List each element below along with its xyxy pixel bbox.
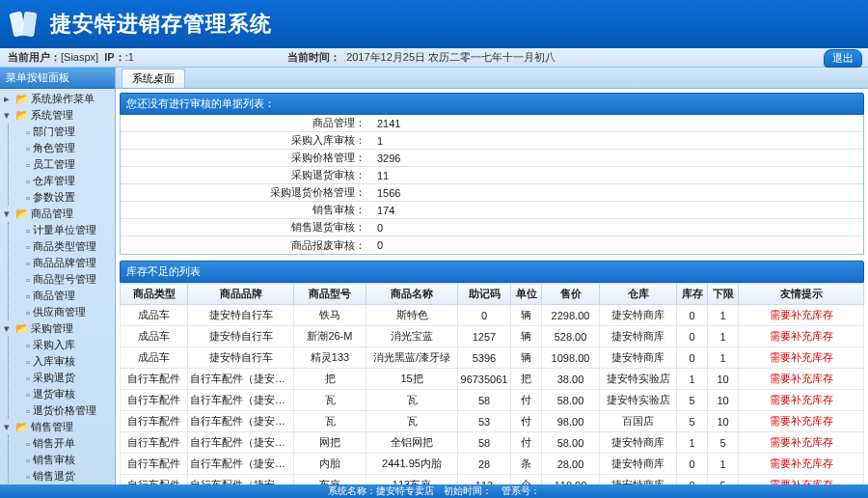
table-cell: 58.00: [542, 432, 600, 454]
file-icon: ▫: [26, 455, 30, 466]
tree-group[interactable]: ▾📂销售管理: [0, 419, 115, 435]
tree-item[interactable]: ▫采购退货: [9, 370, 115, 386]
tree-item[interactable]: ▫仓库管理: [9, 173, 115, 189]
table-row[interactable]: 自行车配件自行车配件（捷安特）瓦瓦53付98.00百国店510需要补充库存: [121, 411, 864, 432]
table-row[interactable]: 自行车配件自行车配件（捷安特）把15把96735061把38.00捷安特实验店1…: [121, 369, 864, 390]
table-cell: 铁马: [294, 305, 366, 326]
table-row[interactable]: 成品车捷安特自行车精灵133消光黑蓝/漆牙绿5396辆1098.00捷安特商库0…: [121, 347, 864, 369]
tree-item-label: 商品型号管理: [33, 272, 96, 287]
folder-icon: 📂: [15, 208, 29, 220]
grid-header-cell[interactable]: 库存: [677, 284, 708, 305]
tree-group[interactable]: ▾📂商品管理: [0, 206, 115, 222]
table-cell: 5: [708, 432, 739, 454]
grid-header-cell[interactable]: 商品品牌: [188, 284, 294, 305]
file-icon: ▫: [26, 471, 30, 483]
table-cell: 58.00: [542, 390, 600, 411]
table-cell: 瓦: [294, 411, 366, 432]
tree-item-label: 员工管理: [33, 157, 75, 172]
tree-item-label: 部门管理: [33, 124, 75, 139]
table-cell: 斯特色: [366, 305, 458, 326]
table-cell: 把: [511, 369, 542, 390]
pending-label: 销售退货审核：: [121, 220, 371, 235]
exit-button[interactable]: 退出: [824, 49, 862, 68]
pending-row: 采购价格管理：3296: [121, 150, 863, 167]
grid-header-cell[interactable]: 商品型号: [294, 284, 366, 305]
tree-item[interactable]: ▫退货审核: [9, 386, 115, 402]
tree-item[interactable]: ▫员工管理: [9, 156, 115, 173]
table-cell: 需要补充库存: [739, 432, 864, 454]
tree-item-label: 采购退货: [33, 371, 75, 385]
tree-item-label: 销售退货: [33, 469, 75, 484]
pending-value: 1: [371, 135, 383, 147]
pending-value: 0: [371, 222, 383, 234]
current-date: 当前时间： 2017年12月25日 农历二零一七年十一月初八: [287, 50, 556, 65]
table-row[interactable]: 成品车捷安特自行车新潮26-M消光宝蓝1257辆528.00捷安特商库01需要补…: [121, 326, 864, 347]
pending-label: 采购入库审核：: [121, 133, 371, 148]
table-cell: 成品车: [121, 347, 188, 369]
tree-item[interactable]: ▫退货价格管理: [9, 402, 115, 419]
tree-group[interactable]: ▾📂系统管理: [0, 107, 115, 124]
grid-header-cell[interactable]: 售价: [542, 284, 600, 305]
tree-item[interactable]: ▫采购入库: [9, 337, 115, 353]
table-cell: 98.00: [542, 411, 600, 432]
tree-item[interactable]: ▫角色管理: [9, 140, 115, 156]
pending-value: 2141: [371, 118, 400, 129]
tree-item[interactable]: ▫部门管理: [9, 124, 115, 140]
tree-item[interactable]: ▫商品型号管理: [9, 271, 115, 288]
tree-item[interactable]: ▫计量单位管理: [9, 222, 115, 238]
grid-header-cell[interactable]: 仓库: [600, 284, 677, 305]
table-row[interactable]: 自行车配件自行车配件（捷安特）网把全铝网把58付58.00捷安特商库15需要补充…: [121, 432, 864, 454]
toggle-icon: ▾: [4, 208, 14, 220]
table-cell: 58: [458, 432, 511, 454]
tree-item-label: 退货审核: [33, 387, 75, 401]
toggle-icon: ▾: [4, 109, 14, 122]
file-icon: ▫: [26, 340, 30, 351]
pending-list: 商品管理：2141采购入库审核：1采购价格管理：3296采购退货审核：11采购退…: [120, 115, 864, 255]
table-cell: 瓦: [294, 390, 366, 411]
tree-item[interactable]: ▫商品类型管理: [9, 238, 115, 255]
stock-section-title: 库存不足的列表: [120, 261, 864, 283]
table-cell: 需要补充库存: [739, 305, 864, 326]
file-icon: ▫: [26, 126, 30, 138]
sidebar: 菜单按钮面板 ▸📂系统操作菜单▾📂系统管理▫部门管理▫角色管理▫员工管理▫仓库管…: [0, 68, 116, 484]
tree-item[interactable]: ▫供应商管理: [9, 304, 115, 320]
table-cell: 2298.00: [542, 305, 600, 326]
table-cell: 付: [511, 432, 542, 454]
grid-header-cell[interactable]: 助记码: [458, 284, 511, 305]
table-cell: 瓦: [366, 411, 458, 432]
pending-label: 采购价格管理：: [121, 151, 371, 165]
tree-item[interactable]: ▫入库审核: [9, 353, 115, 370]
table-cell: 付: [511, 411, 542, 432]
pending-row: 采购入库审核：1: [121, 132, 863, 150]
tree-group[interactable]: ▸📂系统操作菜单: [0, 91, 115, 107]
grid-header-cell[interactable]: 友情提示: [739, 284, 864, 305]
table-cell: 辆: [511, 347, 542, 369]
table-cell: 自行车配件（捷安特）: [188, 369, 294, 390]
grid-body: 成品车捷安特自行车铁马斯特色0辆2298.00捷安特商库01需要补充库存成品车捷…: [121, 305, 864, 485]
table-row[interactable]: 自行车配件自行车配件（捷安特）车座113车座113个118.00捷安特商库05需…: [121, 475, 864, 485]
tree-item[interactable]: ▫销售退货: [9, 468, 115, 484]
grid-header-cell[interactable]: 商品名称: [366, 284, 458, 305]
grid-header-cell[interactable]: 商品类型: [121, 284, 188, 305]
tree-group[interactable]: ▾📂采购管理: [0, 320, 115, 337]
tree-item[interactable]: ▫参数设置: [9, 189, 115, 206]
tree-item[interactable]: ▫销售审核: [9, 452, 115, 468]
main-panel: 您还没有进行审核的单据列表： 商品管理：2141采购入库审核：1采购价格管理：3…: [116, 89, 868, 484]
tree-item[interactable]: ▫销售开单: [9, 435, 115, 452]
tab-desktop[interactable]: 系统桌面: [122, 69, 185, 88]
table-cell: 自行车配件（捷安特）: [188, 454, 294, 475]
table-cell: 辆: [511, 305, 542, 326]
table-row[interactable]: 自行车配件自行车配件（捷安特）内胎2441.95内胎28条28.00捷安特商库0…: [121, 454, 864, 475]
table-cell: 捷安特商库: [600, 305, 677, 326]
table-cell: 113: [458, 475, 511, 485]
tree-item[interactable]: ▫商品管理: [9, 288, 115, 304]
table-cell: 自行车配件: [121, 475, 188, 485]
pending-row: 商品管理：2141: [121, 115, 863, 132]
table-row[interactable]: 自行车配件自行车配件（捷安特）瓦瓦58付58.00捷安特实验店510需要补充库存: [121, 390, 864, 411]
table-cell: 消光宝蓝: [366, 326, 458, 347]
grid-header-cell[interactable]: 下限: [708, 284, 739, 305]
app-logo-icon: [8, 7, 42, 42]
tree-item[interactable]: ▫商品品牌管理: [9, 255, 115, 271]
grid-header-cell[interactable]: 单位: [511, 284, 542, 305]
table-row[interactable]: 成品车捷安特自行车铁马斯特色0辆2298.00捷安特商库01需要补充库存: [121, 305, 864, 326]
